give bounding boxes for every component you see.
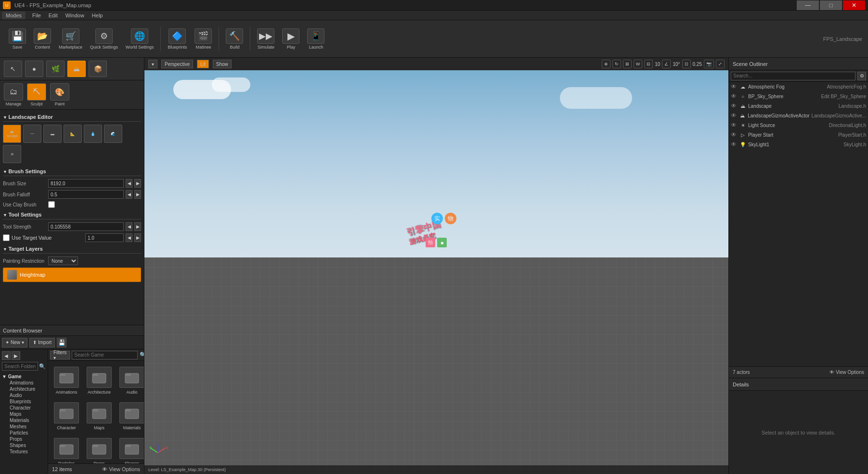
animations-folder[interactable]: Animations (52, 365, 81, 397)
tool-strength-up[interactable]: ▶ (134, 222, 141, 231)
minimize-button[interactable]: — (797, 0, 819, 10)
brush-size-input[interactable] (48, 179, 124, 188)
menu-window[interactable]: Window (62, 13, 88, 18)
lit-button[interactable]: Lit (197, 60, 209, 68)
nav-back-button[interactable]: ◀ (2, 351, 11, 360)
filter-button[interactable]: Filters ▾ (50, 351, 70, 359)
tool-strength-down[interactable]: ◀ (126, 222, 132, 231)
world-local-button[interactable]: W (634, 60, 643, 68)
view-options-button[interactable]: 👁 View Options (102, 466, 140, 472)
brush-falloff-down[interactable]: ◀ (126, 190, 132, 199)
character-folder[interactable]: Character (52, 400, 81, 432)
use-target-value-checkbox[interactable] (3, 234, 10, 241)
visibility-icon-light[interactable]: 👁 (731, 122, 738, 128)
search-folders-input[interactable] (2, 362, 38, 371)
tool-strength-input[interactable] (48, 222, 124, 231)
target-value-input[interactable] (85, 233, 124, 242)
perspective-button[interactable]: Perspective (161, 60, 193, 68)
grid-snap-button[interactable]: ⊟ (644, 60, 653, 68)
scale-button[interactable]: ⊞ (623, 60, 632, 68)
rotate-button[interactable]: ↻ (612, 60, 621, 68)
heightmap-layer[interactable]: Heightmap (3, 268, 141, 282)
materials-folder[interactable]: Materials (117, 400, 144, 432)
meshes-tree-item[interactable]: Meshes (2, 423, 46, 430)
content-button[interactable]: 📂 Content (31, 26, 54, 51)
visibility-icon-fog[interactable]: 👁 (731, 83, 738, 90)
blueprints-tree-item[interactable]: Blueprints (2, 398, 46, 405)
menu-edit[interactable]: Edit (45, 13, 62, 18)
viewport-mode-button[interactable]: ▾ (148, 60, 157, 68)
manage-tab[interactable]: 🗂 Manage (4, 83, 23, 106)
outliner-row-light-source[interactable]: 👁 ☀ Light Source DirectionalLight.h (729, 120, 868, 130)
maps-folder[interactable]: Maps (85, 400, 114, 432)
outliner-settings-button[interactable]: ⚙ (857, 72, 866, 80)
audio-folder[interactable]: Audio (117, 365, 144, 397)
use-clay-brush-checkbox[interactable] (48, 201, 55, 208)
simulate-button[interactable]: ▶▶ Simulate (254, 26, 277, 51)
paint-brush-button[interactable]: ● (25, 61, 43, 77)
outliner-row-bp-sky[interactable]: 👁 ○ BP_Sky_Sphere Edit BP_Sky_Sphere (729, 91, 868, 101)
outliner-row-skylight[interactable]: 👁 💡 SkyLight1 SkyLight.h (729, 140, 868, 149)
landscape-mode-button[interactable]: ⛰ (67, 61, 86, 77)
brush-settings-header[interactable]: Brush Settings (3, 167, 141, 176)
visibility-icon-gizmo[interactable]: 👁 (731, 112, 738, 119)
angle-snap-button[interactable]: ∠ (662, 60, 671, 68)
tool-settings-header[interactable]: Tool Settings (3, 210, 141, 219)
quick-settings-button[interactable]: ⚙ Quick Settings (87, 26, 121, 51)
props-folder[interactable]: Props (85, 436, 114, 463)
paint-tab[interactable]: 🎨 Paint (50, 83, 69, 106)
new-button[interactable]: ✦ New ▾ (2, 338, 27, 347)
animations-tree-item[interactable]: Animations (2, 380, 46, 386)
brush-falloff-input[interactable] (48, 190, 124, 199)
play-button[interactable]: ▶ Play (279, 26, 302, 51)
target-layers-header[interactable]: Target Layers (3, 244, 141, 254)
shapes-tree-item[interactable]: Shapes (2, 442, 46, 448)
character-tree-item[interactable]: Character (2, 405, 46, 411)
brush-size-down[interactable]: ◀ (126, 179, 132, 188)
viewport[interactable]: ▾ Perspective Lit Show ⊕ ↻ ⊞ W ⊟ 10 ∠ (144, 58, 728, 474)
view-options-outliner[interactable]: 👁 View Options (829, 370, 864, 375)
outliner-row-landscape-gizmo[interactable]: 👁 ⛰ LandscapeGizmoActiveActor LandscapeG… (729, 111, 868, 120)
smooth-tool-button[interactable]: 〰 (23, 125, 41, 143)
shapes-folder[interactable]: Shapes (117, 436, 144, 463)
outliner-row-atmospheric-fog[interactable]: 👁 ☁ Atmospheric Fog AtmosphericFog.h (729, 82, 868, 91)
close-button[interactable]: ✕ (843, 0, 865, 10)
painting-restriction-select[interactable]: None All Material (48, 256, 78, 265)
materials-tree-item[interactable]: Materials (2, 417, 46, 423)
architecture-tree-item[interactable]: Architecture (2, 386, 46, 392)
foliage-button[interactable]: 🌿 (46, 61, 65, 77)
launch-button[interactable]: 📱 Launch (304, 26, 327, 51)
particles-folder[interactable]: Particles (52, 436, 81, 463)
sculpt-tool-button[interactable]: ⛰ Sculpt (3, 125, 21, 143)
blueprints-button[interactable]: 🔷 Blueprints (165, 26, 190, 51)
target-val-down[interactable]: ◀ (126, 233, 132, 242)
game-folder-tree-item[interactable]: ▼ Game (2, 373, 46, 380)
geometry-mode-button[interactable]: 📦 (89, 61, 107, 77)
brush-size-up[interactable]: ▶ (134, 179, 141, 188)
visibility-icon-player[interactable]: 👁 (731, 131, 738, 138)
erosion-tool-button[interactable]: 💧 (84, 125, 102, 143)
select-mode-button[interactable]: ↖ (4, 61, 22, 77)
textures-tree-item[interactable]: Textures (2, 448, 46, 455)
world-settings-button[interactable]: 🌐 World Settings (123, 26, 156, 51)
scale-snap-button[interactable]: ⊡ (682, 60, 691, 68)
save-content-button[interactable]: 💾 (57, 338, 66, 347)
architecture-folder[interactable]: Architecture (85, 365, 114, 397)
hydro-erosion-button[interactable]: 🌊 (104, 125, 122, 143)
flatten-tool-button[interactable]: ▬ (43, 125, 62, 143)
matinee-button[interactable]: 🎬 Matinee (192, 26, 215, 51)
outliner-search-input[interactable] (731, 72, 855, 80)
show-button[interactable]: Show (213, 60, 232, 68)
menu-file[interactable]: File (28, 13, 45, 18)
ramp-tool-button[interactable]: 📐 (64, 125, 82, 143)
props-tree-item[interactable]: Props (2, 436, 46, 442)
maps-tree-item[interactable]: Maps (2, 411, 46, 417)
search-content-input[interactable] (72, 351, 138, 359)
target-val-up[interactable]: ▶ (134, 233, 141, 242)
save-button[interactable]: 💾 Save (6, 26, 29, 51)
import-button[interactable]: ⬆ Import (29, 338, 55, 347)
brush-falloff-up[interactable]: ▶ (134, 190, 141, 199)
maximize-button[interactable]: □ (820, 0, 842, 10)
sculpt-tab[interactable]: ⛏ Sculpt (27, 83, 46, 106)
modes-button[interactable]: Modes (2, 12, 26, 19)
